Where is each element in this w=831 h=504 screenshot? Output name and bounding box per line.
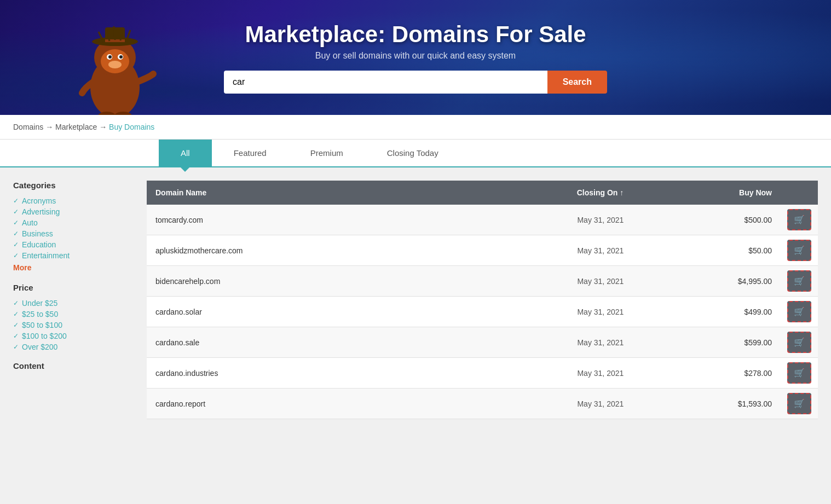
svg-point-9: [119, 55, 123, 59]
sidebar-item-acronyms[interactable]: ✓Acronyms: [13, 195, 134, 206]
cart-icon: 🛒: [794, 215, 805, 225]
breadcrumb-buy-domains[interactable]: Buy Domains: [109, 123, 154, 131]
domain-cell[interactable]: cardano.report: [147, 389, 448, 419]
sidebar-item-50to100[interactable]: ✓$50 to $100: [13, 320, 134, 331]
table-row: cardano.sale May 31, 2021 $599.00 🛒: [147, 327, 818, 358]
tab-featured[interactable]: Featured: [212, 140, 288, 166]
sidebar-item-entertainment[interactable]: ✓Entertainment: [13, 250, 134, 261]
table-container: Domain Name Closing On ↑ Buy Now tomcard…: [147, 181, 818, 419]
table-header-row: Domain Name Closing On ↑ Buy Now: [147, 181, 818, 205]
closing-cell: May 31, 2021: [448, 358, 632, 389]
table-row: tomcardy.com May 31, 2021 $500.00 🛒: [147, 205, 818, 235]
domain-cell[interactable]: cardano.sale: [147, 327, 448, 358]
table-row: cardano.solar May 31, 2021 $499.00 🛒: [147, 297, 818, 327]
content-title: Content: [13, 361, 134, 370]
price-cell: $500.00: [632, 205, 781, 235]
svg-point-8: [108, 55, 112, 59]
hero-banner: Marketplace: Domains For Sale Buy or sel…: [0, 0, 831, 115]
col-action: [781, 181, 818, 205]
col-buy-now: Buy Now: [632, 181, 781, 205]
hero-subtitle: Buy or sell domains with our quick and e…: [315, 51, 516, 61]
closing-cell: May 31, 2021: [448, 205, 632, 235]
table-row: apluskidzmothercare.com May 31, 2021 $50…: [147, 235, 818, 266]
mascot: [66, 16, 164, 115]
add-to-cart-button[interactable]: 🛒: [787, 301, 811, 322]
search-input[interactable]: [224, 71, 547, 94]
breadcrumb: Domains → Marketplace → Buy Domains: [0, 115, 831, 140]
svg-point-10: [108, 61, 122, 68]
add-to-cart-button[interactable]: 🛒: [787, 209, 811, 230]
tabs-bar: All Featured Premium Closing Today: [0, 140, 831, 167]
breadcrumb-domains: Domains: [13, 123, 43, 131]
closing-cell: May 31, 2021: [448, 235, 632, 266]
search-bar: Search: [224, 71, 607, 94]
categories-title: Categories: [13, 181, 134, 190]
add-to-cart-button[interactable]: 🛒: [787, 240, 811, 261]
sidebar-item-25to50[interactable]: ✓$25 to $50: [13, 309, 134, 320]
breadcrumb-marketplace: Marketplace: [55, 123, 97, 131]
tab-closing-today[interactable]: Closing Today: [365, 140, 460, 166]
sidebar-item-over200[interactable]: ✓Over $200: [13, 341, 134, 352]
action-cell: 🛒: [781, 266, 818, 297]
tab-premium[interactable]: Premium: [288, 140, 365, 166]
action-cell: 🛒: [781, 205, 818, 235]
cart-icon: 🛒: [794, 368, 805, 378]
hero-title: Marketplace: Domains For Sale: [245, 21, 586, 48]
closing-cell: May 31, 2021: [448, 297, 632, 327]
price-cell: $278.00: [632, 358, 781, 389]
price-cell: $599.00: [632, 327, 781, 358]
table-row: cardano.industries May 31, 2021 $278.00 …: [147, 358, 818, 389]
cart-icon: 🛒: [794, 245, 805, 256]
domain-cell[interactable]: cardano.solar: [147, 297, 448, 327]
domain-cell[interactable]: bidencarehelp.com: [147, 266, 448, 297]
add-to-cart-button[interactable]: 🛒: [787, 270, 811, 292]
domain-cell[interactable]: apluskidzmothercare.com: [147, 235, 448, 266]
col-closing-on[interactable]: Closing On ↑: [448, 181, 632, 205]
price-cell: $1,593.00: [632, 389, 781, 419]
closing-cell: May 31, 2021: [448, 389, 632, 419]
search-button[interactable]: Search: [547, 71, 607, 94]
closing-cell: May 31, 2021: [448, 327, 632, 358]
action-cell: 🛒: [781, 358, 818, 389]
domain-table: Domain Name Closing On ↑ Buy Now tomcard…: [147, 181, 818, 419]
price-cell: $50.00: [632, 235, 781, 266]
add-to-cart-button[interactable]: 🛒: [787, 332, 811, 353]
main-layout: Categories ✓Acronyms ✓Advertising ✓Auto …: [0, 167, 831, 432]
sidebar-item-100to200[interactable]: ✓$100 to $200: [13, 331, 134, 341]
categories-more[interactable]: More: [13, 261, 134, 274]
domain-cell[interactable]: cardano.industries: [147, 358, 448, 389]
add-to-cart-button[interactable]: 🛒: [787, 393, 811, 414]
svg-line-13: [114, 26, 115, 40]
domain-cell[interactable]: tomcardy.com: [147, 205, 448, 235]
col-domain-name: Domain Name: [147, 181, 448, 205]
cart-icon: 🛒: [794, 306, 805, 317]
sidebar: Categories ✓Acronyms ✓Advertising ✓Auto …: [13, 181, 134, 419]
sidebar-item-advertising[interactable]: ✓Advertising: [13, 206, 134, 217]
table-row: cardano.report May 31, 2021 $1,593.00 🛒: [147, 389, 818, 419]
action-cell: 🛒: [781, 235, 818, 266]
action-cell: 🛒: [781, 327, 818, 358]
table-row: bidencarehelp.com May 31, 2021 $4,995.00…: [147, 266, 818, 297]
sidebar-item-business[interactable]: ✓Business: [13, 228, 134, 239]
cart-icon: 🛒: [794, 276, 805, 286]
sidebar-item-under25[interactable]: ✓Under $25: [13, 298, 134, 309]
tab-all[interactable]: All: [159, 140, 212, 166]
closing-cell: May 31, 2021: [448, 266, 632, 297]
price-cell: $499.00: [632, 297, 781, 327]
action-cell: 🛒: [781, 389, 818, 419]
sidebar-item-education[interactable]: ✓Education: [13, 239, 134, 250]
cart-icon: 🛒: [794, 398, 805, 409]
cart-icon: 🛒: [794, 337, 805, 347]
add-to-cart-button[interactable]: 🛒: [787, 362, 811, 384]
action-cell: 🛒: [781, 297, 818, 327]
price-title: Price: [13, 283, 134, 292]
sidebar-item-auto[interactable]: ✓Auto: [13, 217, 134, 228]
price-cell: $4,995.00: [632, 266, 781, 297]
